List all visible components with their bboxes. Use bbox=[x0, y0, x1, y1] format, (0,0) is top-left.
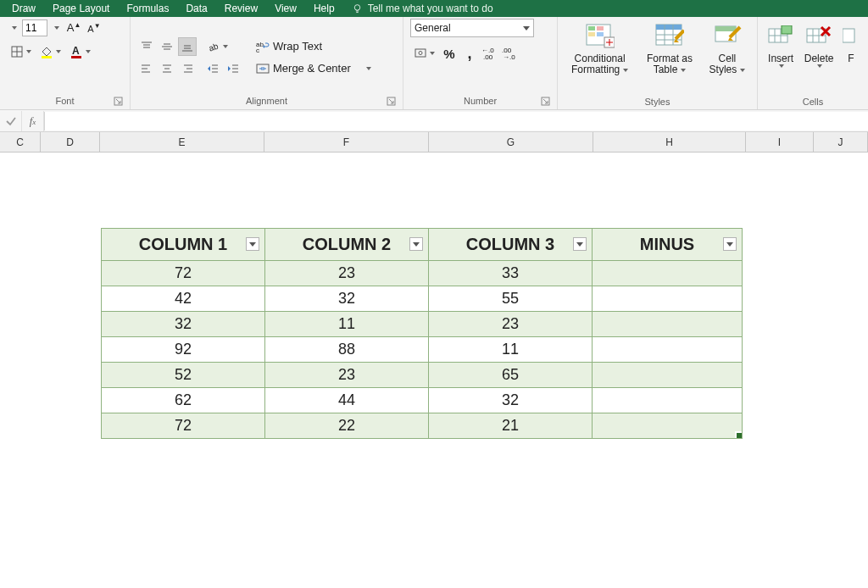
increase-decimal-button[interactable]: ←.0.00 bbox=[481, 44, 499, 63]
menu-formulas[interactable]: Formulas bbox=[118, 0, 177, 17]
menu-draw[interactable]: Draw bbox=[3, 0, 44, 17]
svg-rect-53 bbox=[656, 25, 682, 30]
table-cell[interactable] bbox=[593, 286, 743, 312]
cell-styles-icon bbox=[713, 24, 742, 49]
fill-color-dropdown[interactable] bbox=[36, 42, 64, 61]
dialog-launcher-icon[interactable] bbox=[387, 97, 396, 106]
shrink-font-button[interactable]: A▼ bbox=[85, 19, 103, 37]
filter-dropdown-icon[interactable] bbox=[573, 237, 587, 251]
borders-icon bbox=[10, 45, 24, 58]
number-format-dropdown[interactable]: General bbox=[410, 19, 534, 37]
ribbon: A▲ A▼ A bbox=[0, 17, 868, 110]
table-cell[interactable] bbox=[593, 388, 743, 413]
table-cell[interactable]: 32 bbox=[102, 312, 265, 337]
table-cell[interactable]: 22 bbox=[265, 413, 429, 439]
delete-button[interactable]: Delete bbox=[802, 19, 836, 97]
formula-input[interactable] bbox=[44, 112, 868, 130]
align-top-button[interactable] bbox=[137, 37, 156, 56]
filter-dropdown-icon[interactable] bbox=[246, 237, 259, 251]
table-cell[interactable]: 11 bbox=[429, 337, 593, 363]
table-cell[interactable] bbox=[593, 312, 743, 337]
table-cell[interactable]: 52 bbox=[102, 363, 265, 388]
table-cell[interactable]: 23 bbox=[265, 363, 429, 388]
table-header[interactable]: MINUS bbox=[593, 229, 743, 261]
table-header[interactable]: COLUMN 1 bbox=[102, 229, 265, 261]
font-name-dropdown[interactable] bbox=[7, 19, 20, 37]
filter-dropdown-icon[interactable] bbox=[723, 237, 737, 251]
table-header[interactable]: COLUMN 3 bbox=[429, 229, 593, 261]
col-header-d[interactable]: D bbox=[41, 132, 100, 152]
grow-font-button[interactable]: A▲ bbox=[64, 19, 83, 37]
decrease-decimal-button[interactable]: .00→.0 bbox=[501, 44, 520, 63]
table-resize-handle[interactable] bbox=[735, 431, 742, 438]
align-left-button[interactable] bbox=[137, 59, 156, 78]
menu-data[interactable]: Data bbox=[177, 0, 215, 17]
increase-indent-button[interactable] bbox=[224, 59, 242, 78]
table-cell[interactable]: 88 bbox=[265, 337, 429, 363]
table-cell[interactable] bbox=[593, 363, 743, 388]
dialog-launcher-icon[interactable] bbox=[114, 97, 123, 106]
tell-me[interactable]: Tell me what you want to do bbox=[343, 3, 502, 14]
table-cell[interactable] bbox=[593, 261, 743, 286]
table-row: 624432 bbox=[102, 388, 743, 413]
group-styles: Conditional Formatting Format as Table C… bbox=[558, 17, 758, 109]
table-cell[interactable] bbox=[593, 413, 743, 439]
format-as-table-button[interactable]: Format as Table bbox=[640, 19, 699, 97]
worksheet-grid[interactable]: COLUMN 1 COLUMN 2 COLUMN 3 MINUS 7223334… bbox=[0, 153, 868, 588]
wrap-text-button[interactable]: abc Wrap Text bbox=[253, 37, 375, 56]
font-size-input[interactable] bbox=[22, 19, 47, 36]
table-cell[interactable]: 23 bbox=[429, 312, 593, 337]
col-header-e[interactable]: E bbox=[100, 132, 264, 152]
table-cell[interactable]: 32 bbox=[429, 388, 593, 413]
font-size-dropdown[interactable] bbox=[49, 19, 63, 37]
comma-button[interactable]: , bbox=[460, 44, 479, 63]
align-center-button[interactable] bbox=[158, 59, 176, 78]
menu-view[interactable]: View bbox=[266, 0, 305, 17]
col-header-i[interactable]: I bbox=[746, 132, 814, 152]
table-cell[interactable]: 55 bbox=[429, 286, 593, 312]
filter-dropdown-icon[interactable] bbox=[409, 237, 423, 251]
merge-center-dropdown[interactable]: Merge & Center bbox=[253, 59, 375, 78]
col-header-f[interactable]: F bbox=[264, 132, 429, 152]
table-cell[interactable]: 92 bbox=[102, 337, 265, 363]
col-header-c[interactable]: C bbox=[0, 132, 41, 152]
decrease-indent-button[interactable] bbox=[203, 59, 222, 78]
conditional-formatting-button[interactable]: Conditional Formatting bbox=[565, 19, 635, 97]
table-cell[interactable]: 32 bbox=[265, 286, 429, 312]
align-bottom-button[interactable] bbox=[178, 37, 197, 56]
table-cell[interactable] bbox=[593, 337, 743, 363]
formula-confirm-button[interactable] bbox=[0, 111, 22, 131]
menu-page-layout[interactable]: Page Layout bbox=[44, 0, 118, 17]
accounting-format-dropdown[interactable] bbox=[410, 44, 438, 63]
format-button[interactable]: F bbox=[841, 19, 861, 97]
align-middle-button[interactable] bbox=[158, 37, 176, 56]
table-cell[interactable]: 33 bbox=[429, 261, 593, 286]
table-cell[interactable]: 21 bbox=[429, 413, 593, 439]
cell-styles-button[interactable]: Cell Styles bbox=[704, 19, 750, 97]
currency-icon bbox=[414, 47, 427, 60]
align-right-button[interactable] bbox=[178, 59, 197, 78]
table-cell[interactable]: 44 bbox=[265, 388, 429, 413]
percent-button[interactable]: % bbox=[440, 44, 459, 63]
col-header-j[interactable]: J bbox=[814, 132, 868, 152]
table-header[interactable]: COLUMN 2 bbox=[265, 229, 429, 261]
insert-button[interactable]: Insert bbox=[765, 19, 797, 97]
col-header-g[interactable]: G bbox=[429, 132, 593, 152]
align-top-icon bbox=[140, 40, 153, 53]
col-header-h[interactable]: H bbox=[593, 132, 746, 152]
orientation-dropdown[interactable]: ab bbox=[203, 37, 231, 56]
menu-review[interactable]: Review bbox=[216, 0, 266, 17]
border-dropdown[interactable] bbox=[7, 42, 35, 61]
dialog-launcher-icon[interactable] bbox=[541, 97, 550, 106]
table-cell[interactable]: 42 bbox=[102, 286, 265, 312]
font-color-dropdown[interactable]: A bbox=[66, 42, 94, 61]
table-cell[interactable]: 72 bbox=[102, 413, 265, 439]
table-cell[interactable]: 72 bbox=[102, 261, 265, 286]
table-cell[interactable]: 11 bbox=[265, 312, 429, 337]
table-cell[interactable]: 23 bbox=[265, 261, 429, 286]
table-header-row: COLUMN 1 COLUMN 2 COLUMN 3 MINUS bbox=[102, 229, 743, 261]
table-cell[interactable]: 65 bbox=[429, 363, 593, 388]
menu-help[interactable]: Help bbox=[305, 0, 343, 17]
insert-function-button[interactable]: fx bbox=[22, 111, 44, 131]
table-cell[interactable]: 62 bbox=[102, 388, 265, 413]
